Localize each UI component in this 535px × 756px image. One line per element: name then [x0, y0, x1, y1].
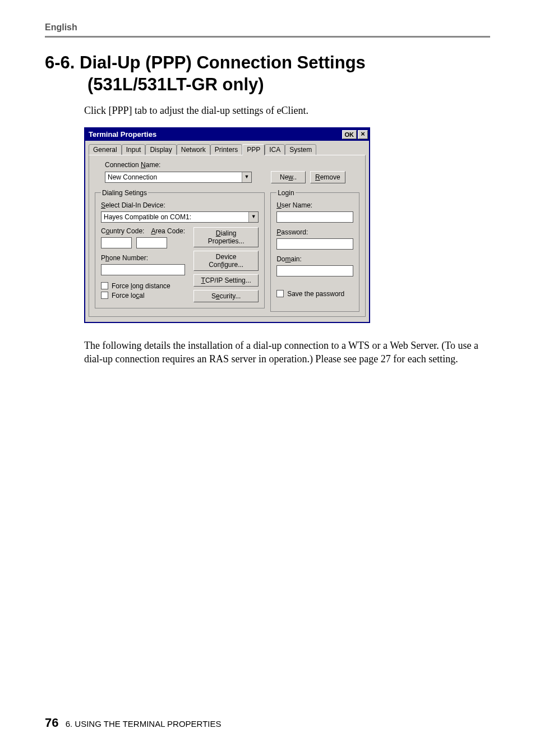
tab-display[interactable]: Display: [145, 144, 176, 155]
chapter-title: 6. USING THE TERMINAL PROPERTIES: [66, 719, 222, 729]
tab-general[interactable]: General: [89, 144, 122, 155]
tab-system[interactable]: System: [285, 144, 316, 155]
security-button[interactable]: Security...: [193, 290, 259, 302]
tab-network[interactable]: Network: [177, 144, 210, 155]
ok-button[interactable]: OK: [342, 130, 357, 139]
terminal-properties-dialog: Terminal Properties OK × General Input D…: [84, 127, 370, 323]
remove-button[interactable]: Remove: [310, 171, 345, 183]
force-local-checkbox[interactable]: Force local: [101, 292, 189, 299]
new-button[interactable]: New..: [271, 171, 306, 183]
password-input[interactable]: [276, 238, 353, 250]
dialing-properties-button[interactable]: Dialing Properties...: [193, 227, 259, 247]
device-configure-button[interactable]: Device Configure...: [193, 251, 259, 271]
tcpip-setting-button[interactable]: TCP/IP Setting...: [193, 274, 259, 287]
header-rule: [45, 36, 490, 38]
dialog-titlebar: Terminal Properties OK ×: [85, 128, 369, 141]
dialing-settings-legend: Dialing Setings: [101, 189, 148, 197]
dialog-title: Terminal Properties: [89, 130, 156, 139]
dial-in-device-select[interactable]: Hayes Compatible on COM1: ▼: [101, 211, 259, 223]
domain-label: Domain:: [276, 255, 353, 263]
tab-ica[interactable]: ICA: [265, 144, 285, 155]
dialing-settings-group: Dialing Setings Select Dial-In Device: H…: [95, 189, 265, 308]
close-icon[interactable]: ×: [358, 130, 368, 139]
tab-row: General Input Display Network Printers P…: [85, 141, 369, 155]
connection-name-label: Connection Name:: [105, 161, 359, 169]
tab-input[interactable]: Input: [122, 144, 146, 155]
tab-printers[interactable]: Printers: [210, 144, 242, 155]
select-device-label: Select Dial-In Device:: [101, 201, 259, 209]
login-legend: Login: [276, 189, 295, 197]
country-code-input[interactable]: [101, 237, 132, 248]
tab-panel-ppp: Connection Name: New Connection ▼ New.. …: [89, 155, 366, 317]
after-text: The following details the installation o…: [84, 339, 490, 366]
connection-name-select[interactable]: New Connection ▼: [105, 172, 252, 183]
chevron-down-icon[interactable]: ▼: [242, 172, 251, 182]
page-footer: 76 6. USING THE TERMINAL PROPERTIES: [45, 716, 222, 730]
area-code-label: Area Code:: [151, 227, 185, 235]
force-long-distance-checkbox[interactable]: Force long distance: [101, 282, 189, 290]
password-label: Password:: [276, 228, 353, 236]
user-name-label: User Name:: [276, 201, 353, 209]
intro-text: Click [PPP] tab to adjust the dial-up se…: [84, 104, 490, 117]
save-password-checkbox[interactable]: Save the password: [276, 290, 353, 298]
domain-input[interactable]: [276, 265, 353, 276]
phone-number-input[interactable]: [101, 264, 185, 275]
login-group: Login User Name: Password: Domain: Save …: [270, 189, 359, 312]
header-language: English: [45, 22, 490, 36]
chevron-down-icon[interactable]: ▼: [248, 212, 258, 222]
country-code-label: Country Code:: [101, 227, 144, 235]
section-heading: 6-6. Dial-Up (PPP) Connection Settings (…: [45, 52, 490, 96]
user-name-input[interactable]: [276, 211, 353, 223]
page-number: 76: [45, 716, 58, 730]
area-code-input[interactable]: [136, 237, 167, 248]
phone-number-label: Phone Number:: [101, 254, 189, 262]
tab-ppp[interactable]: PPP: [242, 144, 265, 155]
